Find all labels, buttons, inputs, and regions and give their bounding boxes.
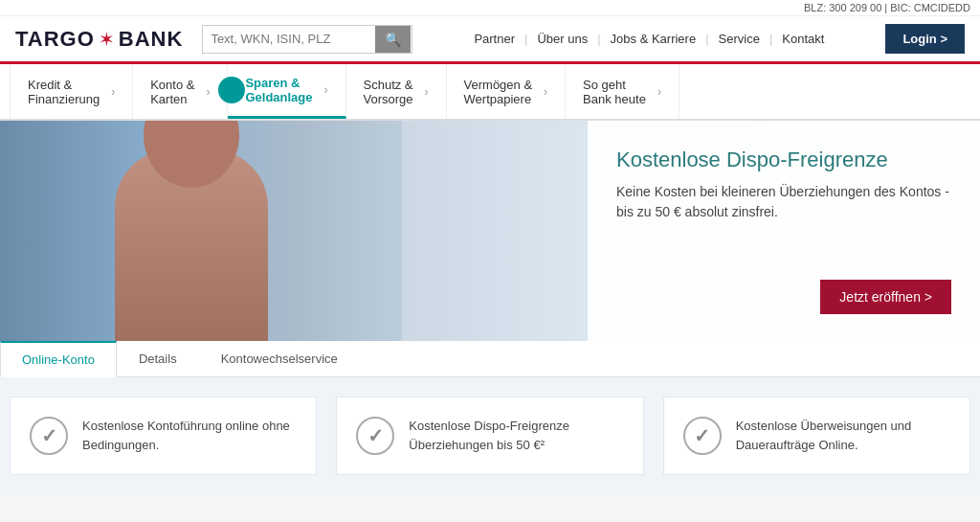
logo[interactable]: TARGO ✶ BANK	[15, 27, 183, 52]
feature-text-2: Kostenlose Dispo-Freigrenze Überziehunge…	[409, 417, 623, 454]
features-section: ✓ Kostenlose Kontoführung online ohne Be…	[0, 377, 980, 494]
feature-card-1: ✓ Kostenlose Kontoführung online ohne Be…	[10, 397, 317, 475]
search-button[interactable]: 🔍	[375, 26, 411, 53]
search-icon: 🔍	[385, 32, 401, 47]
feature-card-3: ✓ Kostenlose Überweisungen und Dauerauft…	[663, 397, 970, 475]
feature-text-3: Kostenlose Überweisungen und Daueraufträ…	[736, 417, 950, 454]
cat-schutz-arrow: ›	[425, 85, 429, 99]
checkmark-icon-1: ✓	[41, 424, 57, 447]
cat-kredit-arrow: ›	[111, 85, 115, 99]
nav-ueber-uns[interactable]: Über uns	[527, 32, 597, 46]
checkmark-icon-2: ✓	[368, 424, 384, 447]
feature-icon-2: ✓	[356, 417, 394, 455]
cat-sparen[interactable]: Sparen & Geldanlage ›	[228, 64, 345, 119]
cat-vermoegen-arrow: ›	[544, 85, 547, 99]
nav-jobs-karriere[interactable]: Jobs & Karriere	[601, 32, 706, 46]
checkmark-icon-3: ✓	[694, 424, 710, 447]
tab-section: Online-Konto Details Kontowechselservice	[0, 341, 980, 377]
cat-kredit[interactable]: Kredit & Finanzierung ›	[10, 64, 133, 119]
header: TARGO ✶ BANK 🔍 Partner | Über uns | Jobs…	[0, 16, 980, 64]
cat-sparen-label2: Geldanlage	[245, 90, 312, 104]
top-bar: BLZ: 300 209 00 | BIC: CMCIDEDD	[0, 0, 980, 16]
cat-konto-label2: Karten	[150, 92, 187, 106]
feature-icon-3: ✓	[683, 417, 722, 455]
tab-online-konto[interactable]: Online-Konto	[0, 341, 117, 377]
hero-cta-button[interactable]: Jetzt eröffnen >	[820, 280, 951, 314]
bank-codes: BLZ: 300 209 00 | BIC: CMCIDEDD	[804, 2, 970, 13]
cat-konto[interactable]: Konto & Karten ›	[133, 64, 228, 119]
logo-star: ✶	[99, 28, 115, 51]
cat-sogeht-label1: So geht	[583, 78, 626, 92]
hero-content: Kostenlose Dispo-Freigrenze Keine Kosten…	[616, 148, 951, 222]
cat-sparen-label1: Sparen &	[245, 76, 300, 90]
cat-sparen-arrow: ›	[324, 83, 328, 97]
logo-targo: TARGO	[15, 27, 95, 52]
cat-schutz[interactable]: Schutz & Vorsorge ›	[346, 64, 447, 119]
search-bar[interactable]: 🔍	[202, 25, 412, 54]
cat-kredit-label2: Finanzierung	[28, 92, 100, 106]
logo-bank: BANK	[119, 27, 184, 52]
nav-service[interactable]: Service	[709, 32, 769, 46]
cat-konto-arrow: ›	[206, 85, 210, 99]
cat-sparen-circle	[218, 77, 245, 103]
cat-sogeht-label2: Bank heute	[583, 92, 646, 106]
window-bg	[402, 121, 593, 341]
feature-icon-1: ✓	[30, 417, 68, 455]
hero-section: Kostenlose Dispo-Freigrenze Keine Kosten…	[0, 121, 980, 341]
cat-sogeht[interactable]: So geht Bank heute ›	[566, 64, 679, 119]
hero-desc: Keine Kosten bei kleineren Überziehungen…	[616, 182, 951, 222]
search-input[interactable]	[203, 26, 375, 52]
hero-title: Kostenlose Dispo-Freigrenze	[616, 148, 951, 172]
cat-vermoegen-label2: Wertpapiere	[464, 92, 532, 106]
login-button[interactable]: Login >	[885, 24, 965, 54]
feature-card-2: ✓ Kostenlose Dispo-Freigrenze Überziehun…	[336, 397, 643, 475]
nav-kontakt[interactable]: Kontakt	[772, 32, 834, 46]
category-nav: Kredit & Finanzierung › Konto & Karten ›…	[0, 64, 980, 121]
tab-details[interactable]: Details	[117, 341, 199, 376]
hero-image	[0, 121, 593, 341]
tabs: Online-Konto Details Kontowechselservice	[0, 341, 980, 376]
nav-partner[interactable]: Partner	[464, 32, 524, 46]
cat-konto-label1: Konto &	[150, 78, 194, 92]
tab-kontowechsel[interactable]: Kontowechselservice	[199, 341, 360, 376]
cat-schutz-label1: Schutz &	[364, 78, 413, 92]
hero-card: Kostenlose Dispo-Freigrenze Keine Kosten…	[588, 121, 980, 341]
feature-text-1: Kostenlose Kontoführung online ohne Bedi…	[82, 417, 297, 454]
cat-kredit-label1: Kredit &	[28, 78, 72, 92]
cat-vermoegen-label1: Vermögen &	[464, 78, 533, 92]
cat-schutz-label2: Vorsorge	[364, 92, 413, 106]
main-nav: Partner | Über uns | Jobs & Karriere | S…	[432, 32, 866, 46]
cat-vermoegen[interactable]: Vermögen & Wertpapiere ›	[447, 64, 567, 119]
cat-sogeht-arrow: ›	[657, 85, 661, 99]
